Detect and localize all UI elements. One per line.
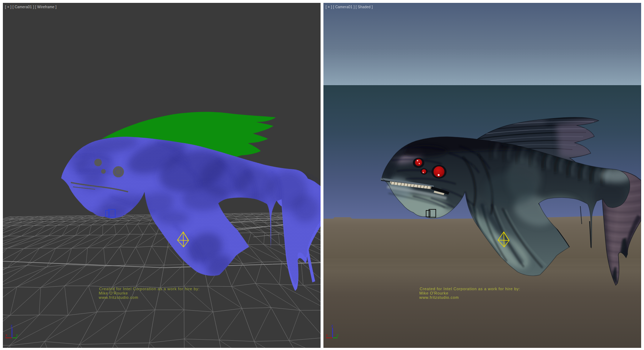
- svg-text:Created for Intel Corporation: Created for Intel Corporation as a work …: [420, 287, 520, 291]
- svg-text:y: y: [16, 333, 18, 337]
- svg-text:x: x: [5, 333, 7, 337]
- svg-text:www.fritzstudio.com: www.fritzstudio.com: [98, 295, 138, 300]
- svg-text:Mike O'Rourke: Mike O'Rourke: [99, 291, 128, 295]
- svg-text:[ + ] [ Camera01 ] [ Shaded ]: [ + ] [ Camera01 ] [ Shaded ]: [326, 5, 373, 9]
- svg-text:z: z: [331, 324, 333, 328]
- svg-text:Created for Intel Corporation: Created for Intel Corporation as a work …: [99, 287, 200, 291]
- svg-text:[ + ] [ Camera01 ] [ Wireframe: [ + ] [ Camera01 ] [ Wireframe ]: [5, 5, 57, 9]
- svg-text:Mike O'Rourke: Mike O'Rourke: [419, 291, 449, 295]
- svg-text:y: y: [337, 333, 338, 337]
- svg-text:www.fritzstudio.com: www.fritzstudio.com: [419, 295, 459, 300]
- svg-text:x: x: [326, 333, 328, 337]
- svg-text:z: z: [11, 324, 13, 328]
